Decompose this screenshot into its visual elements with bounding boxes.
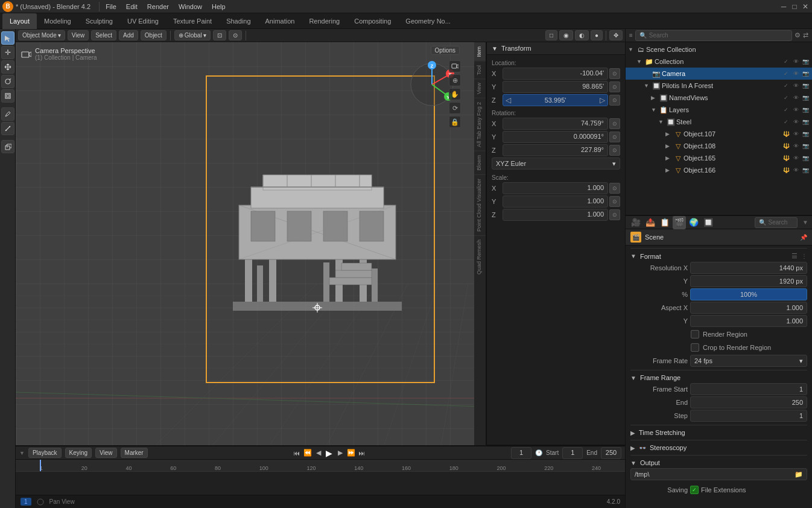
outliner-camera[interactable]: 📷 Camera ✓ 👁 📷	[626, 68, 812, 80]
next-keyframe-button[interactable]: ⏩	[346, 448, 356, 458]
scale-y-input[interactable]: 1.000	[503, 195, 608, 208]
time-stretching-header[interactable]: ▶ Time Stretching	[630, 428, 807, 437]
render-props-icon[interactable]: 🎥	[629, 216, 642, 229]
camera-eye-icon[interactable]: 👁	[791, 69, 800, 78]
scale-z-input[interactable]: 1.000	[503, 209, 608, 221]
collection-render-icon[interactable]: 📷	[801, 57, 810, 66]
location-y-copy[interactable]: ⊙	[609, 81, 620, 92]
rotate-tool-button[interactable]	[1, 75, 14, 88]
pilotis-render-icon[interactable]: 📷	[801, 81, 810, 90]
resolution-pct-value[interactable]: 100%	[690, 288, 807, 300]
viewport-3d[interactable]: Camera Perspective (1) Collection | Came…	[16, 42, 474, 445]
frame-end-value[interactable]: 250	[690, 396, 807, 408]
crop-render-checkbox[interactable]	[691, 343, 699, 352]
zoom-button[interactable]: ⊕	[449, 74, 461, 86]
obj107-vis[interactable]: 🔱	[782, 130, 790, 138]
scene-pin-icon[interactable]: 📌	[800, 234, 807, 241]
outliner-namedviews[interactable]: ▶ 🔲 NamedViews ✓ 👁 📷	[626, 92, 812, 104]
close-button[interactable]: ✕	[801, 2, 810, 11]
steel-eye-icon[interactable]: 👁	[791, 118, 800, 126]
viewport-shading-rendered[interactable]: ●	[591, 30, 603, 40]
obj108-vis[interactable]: 🔱	[782, 142, 790, 150]
menu-edit[interactable]: Edit	[121, 2, 142, 11]
tab-layout[interactable]: Layout	[2, 13, 37, 29]
proportional-btn[interactable]: ⊙	[229, 30, 242, 40]
scale-z-copy[interactable]: ⊙	[609, 209, 620, 220]
obj166-eye-icon[interactable]: 👁	[791, 166, 800, 174]
resolution-y-value[interactable]: 1920 px	[690, 275, 807, 287]
tab-compositing[interactable]: Compositing	[347, 13, 398, 29]
tab-rendering[interactable]: Rendering	[302, 13, 347, 29]
namedviews-vis-checkbox[interactable]: ✓	[782, 94, 790, 102]
tab-shading[interactable]: Shading	[219, 13, 258, 29]
scale-tool-button[interactable]	[1, 89, 14, 103]
tab-uv-editing[interactable]: UV Editing	[120, 13, 166, 29]
tab-geometry[interactable]: Geometry No...	[398, 13, 458, 29]
obj166-vis[interactable]: 🔱	[782, 166, 790, 174]
tab-pointcloud[interactable]: Point Cloud Visualizer	[474, 174, 486, 235]
outliner-collection[interactable]: ▼ 📁 Collection ✓ 👁 📷	[626, 56, 812, 68]
obj107-eye-icon[interactable]: 👁	[791, 130, 800, 138]
rotation-y-input[interactable]: 0.000091°	[503, 131, 608, 143]
viewport-options-button[interactable]: Options	[431, 46, 460, 55]
outliner-object107[interactable]: ▶ ▽ Object.107 🔱 👁 📷	[626, 128, 812, 140]
marker-menu[interactable]: Marker	[121, 448, 148, 458]
rotation-y-copy[interactable]: ⊙	[609, 132, 620, 142]
timeline-view-menu[interactable]: View	[95, 448, 117, 458]
prev-frame-button[interactable]: ◀	[314, 448, 323, 458]
move-tool-button[interactable]	[1, 60, 14, 74]
timeline-track[interactable]	[16, 472, 625, 495]
transform-header[interactable]: ▼ Transform	[487, 42, 625, 55]
location-x-copy[interactable]: ⊙	[609, 68, 620, 79]
maximize-button[interactable]: □	[790, 2, 799, 11]
rotation-z-input[interactable]: 227.89°	[503, 144, 608, 156]
snap-btn[interactable]: ⊡	[213, 30, 226, 40]
frame-range-header[interactable]: ▼ Frame Range	[630, 373, 807, 383]
global-dropdown[interactable]: ⊕ Global ▾	[174, 30, 211, 40]
cursor-tool-button[interactable]: ✛	[1, 46, 14, 59]
stereoscopy-header[interactable]: ▶ 👓 Stereoscopy	[630, 443, 807, 452]
render-region-checkbox[interactable]	[691, 330, 699, 338]
world-props-icon[interactable]: 🌍	[687, 216, 700, 229]
rotation-z-copy[interactable]: ⊙	[609, 145, 620, 156]
select-tool-button[interactable]	[1, 31, 14, 45]
tab-tool[interactable]: Tool	[474, 61, 486, 79]
outliner-layers[interactable]: ▼ 📋 Layers ✓ 👁 📷	[626, 104, 812, 116]
obj108-render-icon[interactable]: 📷	[801, 142, 810, 150]
obj165-render-icon[interactable]: 📷	[801, 154, 810, 162]
pilotis-vis-checkbox[interactable]: ✓	[782, 81, 790, 90]
file-extensions-checkbox[interactable]: ✓	[690, 486, 699, 494]
collection-vis-checkbox[interactable]: ✓	[782, 57, 790, 66]
tab-modeling[interactable]: Modeling	[37, 13, 78, 29]
tab-view[interactable]: View	[474, 78, 486, 98]
tab-animation[interactable]: Animation	[258, 13, 302, 29]
tab-sculpting[interactable]: Sculpting	[78, 13, 120, 29]
tab-texture-paint[interactable]: Texture Paint	[166, 13, 219, 29]
menu-render[interactable]: Render	[142, 2, 174, 11]
menu-window[interactable]: Window	[174, 2, 207, 11]
next-frame-button[interactable]: ▶	[335, 448, 345, 458]
tab-bloem[interactable]: Bloem	[474, 151, 486, 174]
view-menu[interactable]: View	[68, 30, 89, 40]
orbit-button[interactable]: ⟳	[449, 102, 461, 114]
outliner-object108[interactable]: ▶ ▽ Object.108 🔱 👁 📷	[626, 140, 812, 152]
namedviews-render-icon[interactable]: 📷	[801, 94, 810, 102]
outliner-scene-collection[interactable]: ▼ 🗂 Scene Collection	[626, 43, 812, 56]
camera-view-button[interactable]	[449, 60, 461, 72]
scene-props-icon[interactable]: 🎬	[673, 216, 686, 229]
minimize-button[interactable]: ─	[779, 2, 788, 11]
outliner-filter-button[interactable]: ⚙	[795, 31, 801, 39]
gizmo-options[interactable]: ✥	[609, 30, 623, 40]
obj108-eye-icon[interactable]: 👁	[791, 142, 800, 150]
camera-render-icon[interactable]: 📷	[801, 69, 810, 78]
outliner-sync-button[interactable]: ⇄	[803, 31, 808, 39]
location-x-input[interactable]: -100.04'	[503, 68, 608, 80]
outliner-object165[interactable]: ▶ ▽ Object.165 🔱 👁 📷	[626, 152, 812, 164]
aspect-y-value[interactable]: 1.000	[690, 315, 807, 327]
steel-vis-checkbox[interactable]: ✓	[782, 118, 790, 126]
rotation-x-copy[interactable]: ⊙	[609, 118, 620, 129]
steel-render-icon[interactable]: 📷	[801, 118, 810, 126]
frame-step-value[interactable]: 1	[690, 410, 807, 422]
tab-allfog[interactable]: All Tab Easy Fog 2	[474, 98, 486, 151]
object-props-icon[interactable]: 🔲	[702, 216, 715, 229]
